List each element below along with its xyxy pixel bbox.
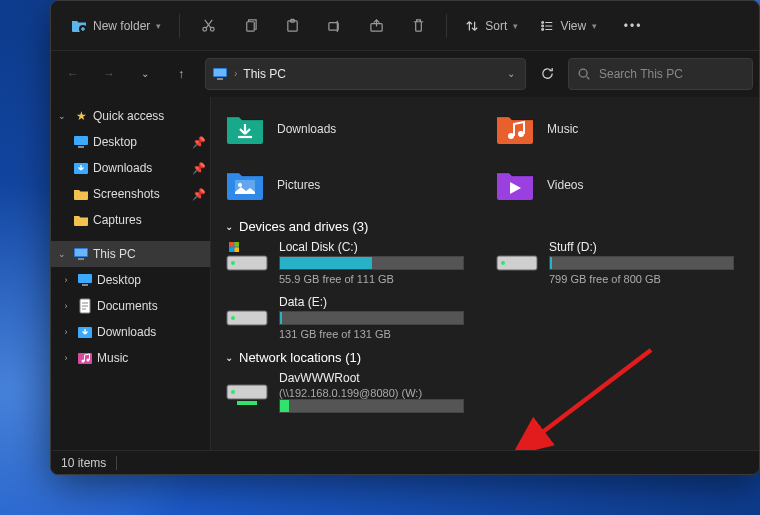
sidebar-this-pc[interactable]: ⌄ This PC — [51, 241, 210, 267]
sidebar-quick-access[interactable]: ⌄ ★ Quick access — [51, 103, 210, 129]
folder-plus-icon — [71, 18, 87, 34]
chevron-down-icon: ⌄ — [141, 68, 149, 79]
sidebar-item[interactable]: ›Music — [51, 345, 210, 371]
chevron-right-icon: › — [59, 275, 73, 285]
drive-name: DavWWWRoot — [279, 371, 475, 385]
svg-rect-19 — [75, 249, 87, 256]
network-drive-item[interactable]: DavWWWRoot(\\192.168.0.199@8080) (W:) — [225, 371, 475, 416]
rename-button[interactable] — [314, 9, 354, 43]
music-folder-icon — [495, 112, 535, 146]
library-item[interactable]: Music — [495, 107, 725, 151]
copy-icon — [243, 18, 258, 33]
sidebar-item-label: Screenshots — [93, 187, 188, 201]
back-button[interactable]: ← — [57, 58, 89, 90]
svg-point-14 — [579, 69, 587, 77]
svg-rect-49 — [237, 401, 257, 405]
svg-point-2 — [210, 27, 214, 31]
folder-icon — [73, 186, 89, 202]
arrow-left-icon: ← — [67, 67, 79, 81]
svg-point-10 — [542, 28, 544, 30]
star-icon: ★ — [73, 108, 89, 124]
library-item[interactable]: Videos — [495, 163, 725, 207]
item-count: 10 items — [61, 456, 106, 470]
status-bar: 10 items — [51, 450, 759, 474]
chevron-right-icon: › — [59, 301, 73, 311]
svg-rect-16 — [78, 146, 84, 148]
sidebar-item[interactable]: ›Downloads — [51, 319, 210, 345]
new-folder-button[interactable]: New folder ▾ — [61, 9, 171, 43]
this-pc-icon — [212, 66, 228, 82]
drive-path: (\\192.168.0.199@8080) (W:) — [279, 387, 475, 399]
drive-item[interactable]: Local Disk (C:)55.9 GB free of 111 GB — [225, 240, 475, 285]
svg-rect-12 — [214, 69, 226, 76]
library-label: Music — [547, 122, 578, 136]
sidebar-item[interactable]: Screenshots📌 — [51, 181, 210, 207]
up-button[interactable]: ↑ — [165, 58, 197, 90]
drive-name: Local Disk (C:) — [279, 240, 475, 254]
search-box[interactable]: Search This PC — [568, 58, 753, 90]
drive-name: Data (E:) — [279, 295, 475, 309]
sidebar-item-label: Captures — [93, 213, 206, 227]
address-bar[interactable]: › This PC ⌄ — [205, 58, 526, 90]
sidebar-item[interactable]: ›Desktop — [51, 267, 210, 293]
share-button[interactable] — [356, 9, 396, 43]
drive-icon — [495, 240, 539, 276]
svg-rect-34 — [235, 242, 240, 247]
view-button[interactable]: View ▾ — [530, 9, 607, 43]
nav-bar: ← → ⌄ ↑ › This PC ⌄ Search This PC — [51, 51, 759, 97]
chevron-down-icon: ▾ — [592, 21, 597, 31]
svg-rect-13 — [217, 78, 223, 80]
sort-icon — [465, 19, 479, 33]
svg-rect-21 — [78, 274, 92, 283]
svg-point-8 — [542, 21, 544, 23]
copy-button[interactable] — [230, 9, 270, 43]
chevron-down-icon: ▾ — [156, 21, 161, 31]
usage-bar — [279, 399, 464, 413]
usage-bar — [549, 256, 734, 270]
paste-icon — [285, 18, 300, 33]
file-explorer-window: New folder ▾ Sort ▾ View ▾ ••• ← → ⌄ ↑ › — [50, 0, 760, 475]
cut-button[interactable] — [188, 9, 228, 43]
pin-icon: 📌 — [192, 162, 206, 175]
search-icon — [577, 67, 591, 81]
drive-item[interactable]: Data (E:)131 GB free of 131 GB — [225, 295, 475, 340]
svg-rect-36 — [235, 248, 240, 253]
sidebar-item[interactable]: ›Documents — [51, 293, 210, 319]
usage-bar — [279, 311, 464, 325]
drive-free-text: 55.9 GB free of 111 GB — [279, 273, 475, 285]
chevron-down-icon[interactable]: ⌄ — [503, 68, 519, 79]
breadcrumb-item[interactable]: This PC — [243, 67, 286, 81]
share-icon — [369, 18, 384, 33]
sidebar-item[interactable]: Captures — [51, 207, 210, 233]
drive-item[interactable]: Stuff (D:)799 GB free of 800 GB — [495, 240, 745, 285]
downloads-folder-icon — [225, 112, 265, 146]
group-header-drives[interactable]: ⌄ Devices and drives (3) — [225, 219, 759, 234]
group-header-network[interactable]: ⌄ Network locations (1) — [225, 350, 759, 365]
network-drive-icon — [225, 371, 269, 407]
separator — [116, 456, 117, 470]
library-item[interactable]: Pictures — [225, 163, 455, 207]
chevron-down-icon: ⌄ — [225, 221, 233, 232]
sidebar-item[interactable]: Desktop📌 — [51, 129, 210, 155]
content-pane: DownloadsMusicPicturesVideos ⌄ Devices a… — [211, 97, 759, 450]
sidebar-item[interactable]: Downloads📌 — [51, 155, 210, 181]
more-button[interactable]: ••• — [613, 9, 653, 43]
svg-rect-3 — [247, 22, 255, 31]
pin-icon: 📌 — [192, 136, 206, 149]
svg-point-42 — [501, 261, 505, 265]
new-folder-label: New folder — [93, 19, 150, 33]
forward-button[interactable]: → — [93, 58, 125, 90]
sort-button[interactable]: Sort ▾ — [455, 9, 528, 43]
refresh-button[interactable] — [530, 58, 564, 90]
sidebar-item-label: Downloads — [93, 161, 188, 175]
sort-label: Sort — [485, 19, 507, 33]
library-item[interactable]: Downloads — [225, 107, 455, 151]
chevron-down-icon: ▾ — [513, 21, 518, 31]
svg-rect-15 — [74, 136, 88, 145]
delete-button[interactable] — [398, 9, 438, 43]
sidebar-item-label: Documents — [97, 299, 206, 313]
recent-button[interactable]: ⌄ — [129, 58, 161, 90]
search-placeholder: Search This PC — [599, 67, 683, 81]
sidebar: ⌄ ★ Quick access Desktop📌Downloads📌Scree… — [51, 97, 211, 450]
paste-button[interactable] — [272, 9, 312, 43]
